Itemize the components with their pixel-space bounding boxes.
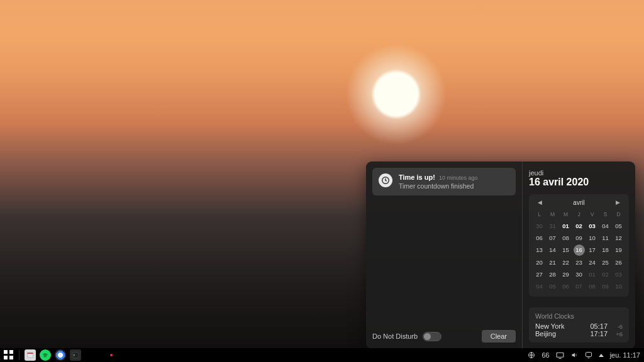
notification-message: Timer countdown finished [399,182,509,190]
cal-day[interactable]: 15 [559,244,572,256]
svg-rect-2 [28,353,33,354]
dnd-row: Do Not Disturb Clear [372,330,516,343]
notifications-column: Time is up! 10 minutes ago Timer countdo… [366,162,522,349]
taskbar: 66 jeu. 11:17 [0,348,644,362]
cal-day[interactable]: 10 [612,281,625,292]
cal-day[interactable]: 08 [586,281,599,292]
cal-day[interactable]: 11 [599,233,612,243]
cal-day[interactable]: 04 [533,281,546,292]
indicator-dot-icon [110,354,113,356]
cal-day[interactable]: 02 [599,269,612,280]
cal-day[interactable]: 18 [599,244,612,256]
volume-icon[interactable] [570,351,579,359]
cal-day[interactable]: 16 [574,244,585,256]
cal-day[interactable]: 05 [546,281,559,292]
cal-day[interactable]: 08 [559,233,572,243]
cal-weekday: S [599,209,612,219]
wc-time: 17:17 [590,330,608,337]
cal-day[interactable]: 29 [559,269,572,280]
world-clock-row: Beijing17:17+6 [535,330,623,337]
wc-city: New York [535,322,586,330]
cal-day[interactable]: 21 [546,257,559,268]
date-weekday: jeudi [529,169,629,177]
calendar-grid: LMMJVSD303101020304050607080910111213141… [533,209,625,292]
cal-day[interactable]: 01 [586,269,599,280]
cal-day[interactable]: 14 [546,244,559,256]
files-app-icon[interactable] [25,349,36,361]
cal-day[interactable]: 09 [599,281,612,292]
notification-time: 10 minutes ago [439,175,478,181]
globe-icon[interactable] [528,351,535,359]
apps-grid-icon[interactable] [4,350,14,360]
cal-month-label: avril [573,199,584,206]
browser-app-icon[interactable] [55,349,66,361]
calendar-widget: ◀ avril ▶ LMMJVSD30310102030405060708091… [529,194,629,297]
date-header: jeudi 16 avril 2020 [529,169,629,188]
cal-day[interactable]: 04 [599,221,612,231]
cal-day[interactable]: 01 [559,221,572,231]
cal-day[interactable]: 02 [572,221,586,231]
cal-day[interactable]: 23 [572,257,586,268]
cal-day[interactable]: 17 [586,244,599,256]
taskbar-clock[interactable]: jeu. 11:17 [610,351,640,359]
notification-title: Time is up! [399,173,435,181]
cal-day[interactable]: 06 [533,233,546,243]
cast-icon[interactable] [585,351,592,359]
cal-day[interactable]: 26 [612,257,625,268]
cal-day[interactable]: 09 [572,233,586,243]
dnd-label: Do Not Disturb [372,332,418,340]
cal-day[interactable]: 12 [612,233,625,243]
cal-day[interactable]: 24 [586,257,599,268]
cal-day[interactable]: 20 [533,257,546,268]
calendar-notifications-panel: Time is up! 10 minutes ago Timer countdo… [366,162,635,349]
dnd-toggle[interactable] [423,332,441,341]
cal-day[interactable]: 06 [559,281,572,292]
spotify-app-icon[interactable] [40,349,51,361]
cal-day[interactable]: 05 [612,221,625,231]
cal-day[interactable]: 28 [546,269,559,280]
svg-rect-5 [557,353,564,357]
cal-day[interactable]: 10 [586,233,599,243]
cal-day[interactable]: 07 [546,233,559,243]
terminal-app-icon[interactable] [70,349,81,361]
cal-next-button[interactable]: ▶ [613,198,623,207]
cal-weekday: L [533,209,546,219]
clock-icon [379,173,392,187]
cal-day[interactable]: 25 [599,257,612,268]
calendar-column: jeudi 16 avril 2020 ◀ avril ▶ LMMJVSD303… [522,162,635,349]
temperature-indicator[interactable]: 66 [541,351,549,359]
cal-day[interactable]: 30 [533,221,546,231]
cal-prev-button[interactable]: ◀ [535,198,545,207]
wc-time: 05:17 [590,322,608,330]
cal-day[interactable]: 22 [559,257,572,268]
svg-rect-6 [586,353,591,357]
cal-day[interactable]: 13 [533,244,546,256]
world-clock-row: New York05:17-6 [535,322,623,330]
cal-day[interactable]: 27 [533,269,546,280]
clear-button[interactable]: Clear [482,330,516,343]
date-full: 16 avril 2020 [529,177,629,188]
cal-day[interactable]: 31 [546,221,559,231]
cal-day[interactable]: 19 [612,244,625,256]
cal-day[interactable]: 03 [586,221,599,231]
cal-day[interactable]: 07 [572,281,586,292]
svg-rect-3 [72,353,79,358]
screen-icon[interactable] [556,352,564,359]
tray-arrow-icon[interactable] [599,354,604,357]
world-clocks-title: World Clocks [535,312,623,320]
cal-weekday: J [572,209,586,219]
world-clocks-widget[interactable]: World Clocks New York05:17-6Beijing17:17… [529,307,629,343]
cal-day[interactable]: 03 [612,269,625,280]
wc-offset: +6 [611,331,623,337]
cal-day[interactable]: 30 [572,269,586,280]
cal-weekday: V [586,209,599,219]
cal-weekday: D [612,209,625,219]
wc-city: Beijing [535,330,586,337]
cal-weekday: M [559,209,572,219]
wc-offset: -6 [611,323,623,330]
cal-weekday: M [546,209,559,219]
notification-item[interactable]: Time is up! 10 minutes ago Timer countdo… [372,168,516,195]
